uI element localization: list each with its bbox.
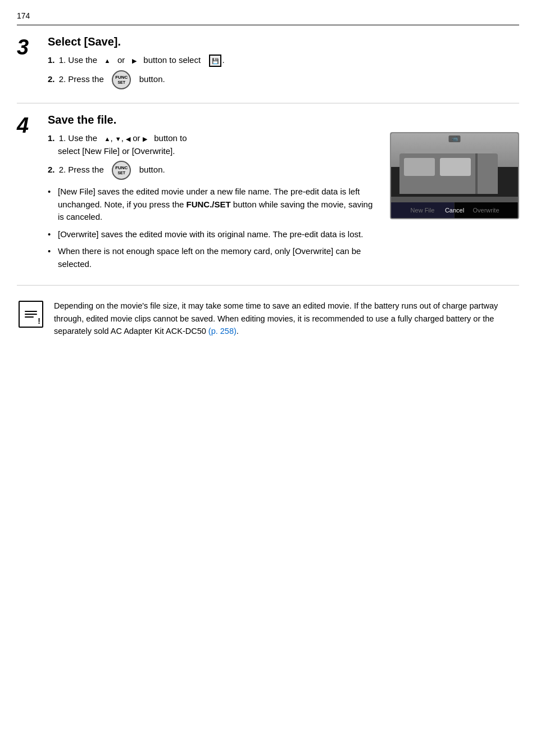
step3-section: 3 Select [Save]. 1. 1. Use the or [17, 25, 519, 103]
arrow-left-icon-4 [126, 135, 130, 143]
arrow-right-icon-4b [143, 135, 147, 143]
bullet-item-1: [New File] saves the edited movie under … [48, 185, 379, 224]
step4-instruction2: 2. 2. Press the FUNC SET [48, 161, 379, 180]
note-line-3 [25, 316, 34, 318]
step3-content: Select [Save]. 1. 1. Use the or button t… [48, 35, 519, 93]
note-section: ! Depending on the movie's file size, it… [17, 288, 519, 343]
step4-number: 4 [17, 114, 48, 275]
arrow-up-icon [105, 57, 111, 65]
step3-instruction2: 2. 2. Press the FUNC SET button. [48, 70, 519, 89]
cancel-label: Cancel [445, 207, 464, 214]
note-exclamation: ! [38, 316, 40, 325]
train-main [399, 153, 498, 194]
camera-screen-container: 📹 New File Overwrite Cancel [390, 132, 519, 275]
cancel-row: Cancel [391, 202, 518, 218]
note-text: Depending on the movie's file size, it m… [54, 300, 519, 337]
ground [391, 197, 518, 202]
save-file-icon: 💾 [209, 55, 221, 67]
step4-inner: 1. 1. Use the , , or button to [48, 132, 519, 275]
page-number: 174 [17, 11, 519, 25]
bullet-item-3: When there is not enough space left on t… [48, 245, 379, 270]
arrow-down-icon-4 [115, 135, 121, 143]
camera-screen: 📹 New File Overwrite Cancel [390, 132, 519, 219]
func-set-button-4: FUNC SET [112, 161, 131, 180]
train-window-1 [404, 158, 435, 176]
step4-bullets: [New File] saves the edited movie under … [48, 185, 379, 270]
page-container: 174 3 Select [Save]. 1. 1. Use the or [0, 0, 536, 365]
arrow-up-icon-4 [105, 135, 111, 143]
train-window-2 [440, 158, 471, 176]
step4-content: Save the file. 1. 1. Use the , , [48, 114, 519, 275]
step3-instruction1: 1. 1. Use the or button to select 💾. [48, 54, 519, 67]
step4-left: 1. 1. Use the , , or button to [48, 132, 379, 275]
step4-body: 1. 1. Use the , , or button to [48, 132, 379, 180]
train-door [475, 153, 478, 194]
funcset-bold: FUNC./SET [186, 200, 230, 209]
note-line-2 [25, 314, 37, 315]
step4-instruction1: 1. 1. Use the , , or button to [48, 132, 379, 157]
bullet-item-2: [Overwrite] saves the edited movie with … [48, 228, 379, 241]
func-set-button-3: FUNC SET [112, 70, 131, 89]
note-line-1 [25, 311, 37, 312]
arrow-right-icon [132, 57, 137, 65]
page-link[interactable]: (p. 258) [208, 327, 237, 336]
note-icon-container: ! [17, 300, 45, 337]
note-icon-box: ! [19, 301, 43, 328]
screen-mode-icon: 📹 [449, 135, 461, 142]
train-roof [405, 149, 492, 153]
step3-body: 1. 1. Use the or button to select 💾. [48, 54, 519, 89]
step4-section: 4 Save the file. 1. 1. Use the , , [17, 103, 519, 286]
step3-title: Select [Save]. [48, 35, 519, 48]
step3-number: 3 [17, 35, 48, 93]
step4-title: Save the file. [48, 114, 519, 126]
